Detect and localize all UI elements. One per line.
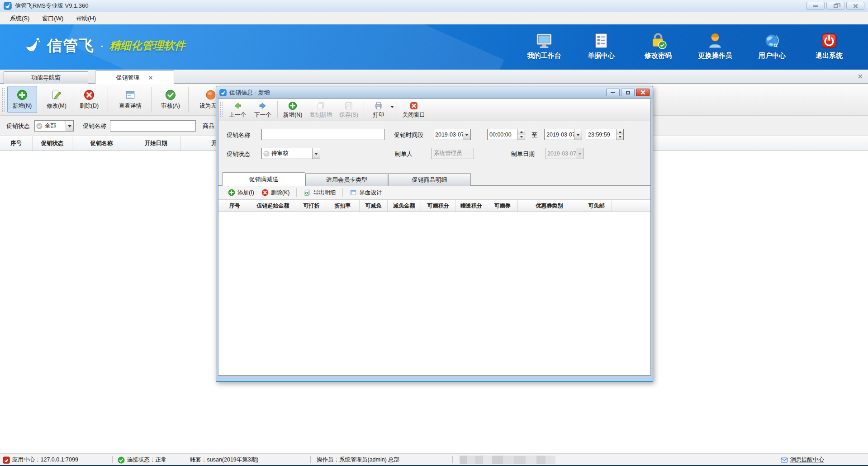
column-header[interactable]: 赠送积分 (455, 200, 487, 212)
column-header[interactable]: 序号 (220, 200, 249, 212)
invalidate-icon (205, 89, 216, 100)
column-header[interactable]: 开始日期 (131, 136, 181, 151)
window-titlebar: 信管飞RMS专业版 V9.1.360 (0, 0, 868, 12)
export-detail-button[interactable]: 导出明细 (301, 188, 338, 198)
spinner-buttons[interactable] (616, 129, 623, 140)
delete-button[interactable]: 删除(D) (74, 86, 104, 113)
detail-grid-body[interactable] (218, 212, 650, 375)
ui-design-button[interactable]: 界面设计 (347, 188, 384, 198)
dropdown-arrow-icon (576, 148, 583, 159)
brand-separator: · (100, 39, 104, 53)
column-header[interactable]: 序号 (0, 136, 33, 151)
toolbar-separator (108, 87, 108, 112)
promo-name-filter-input[interactable] (110, 120, 196, 132)
column-header[interactable]: 可减免 (360, 200, 388, 212)
dialog-minimize-button[interactable] (606, 89, 620, 96)
lock-icon (649, 32, 667, 50)
arrow-left-icon (233, 101, 242, 110)
column-header[interactable]: 减免金额 (388, 200, 421, 212)
start-date-picker[interactable]: 2019-03-07 (433, 129, 471, 140)
close-icon (853, 4, 858, 9)
end-time-spinner[interactable]: 23:59:59 (586, 129, 624, 140)
column-header[interactable]: 促销起始金额 (249, 200, 297, 212)
detail-delete-button[interactable]: 删除(K) (259, 188, 292, 198)
add-button[interactable]: 新增(N) (7, 86, 37, 113)
close-window-icon (409, 101, 418, 110)
column-header[interactable]: 促销状态 (33, 136, 72, 151)
change-password-button[interactable]: 修改密码 (637, 32, 679, 60)
close-button[interactable] (846, 2, 864, 10)
switch-operator-button[interactable]: 更换操作员 (694, 32, 736, 60)
message-center-link[interactable]: 消息提醒中心 (781, 456, 824, 464)
dialog-titlebar[interactable]: 促销信息 - 新增 (216, 86, 653, 99)
brand-logo-icon (22, 35, 43, 56)
approve-button[interactable]: 审核(A) (156, 86, 185, 113)
tab-strip: 功能导航窗 促销管理 (0, 70, 868, 84)
close-all-tabs-icon[interactable] (857, 73, 863, 80)
copy-icon (316, 101, 325, 110)
next-button[interactable]: 下一个 (250, 100, 275, 120)
brand-slogan: 精细化管理软件 (109, 38, 185, 53)
promo-status-filter-select[interactable]: 全部 (34, 120, 74, 132)
status-all-icon (36, 123, 43, 129)
dropdown-arrow-icon[interactable] (463, 129, 470, 140)
promo-name-label: 促销名称 (227, 131, 250, 139)
save-icon (344, 101, 353, 110)
dialog-toolbar: 上一个 下一个 新增(N) 复制新增 (218, 99, 650, 121)
tab-member-card-types[interactable]: 适用会员卡类型 (305, 173, 388, 186)
close-window-button[interactable]: 关闭窗口 (399, 100, 429, 120)
brand-name: 信管飞 (47, 36, 95, 56)
toolbar-separator (342, 188, 343, 197)
details-icon (125, 89, 136, 100)
promo-name-input[interactable] (261, 129, 384, 140)
print-button[interactable]: 打印 (366, 100, 391, 120)
tab-promo-product-detail[interactable]: 促销商品明细 (388, 173, 471, 186)
tab-close-icon[interactable] (148, 75, 153, 80)
spinner-buttons[interactable] (517, 129, 525, 140)
add-icon (228, 189, 235, 196)
dialog-body: 上一个 下一个 新增(N) 复制新增 (218, 99, 651, 376)
censored-region (460, 456, 555, 464)
dialog-maximize-button[interactable] (621, 89, 635, 96)
user-center-button[interactable]: 用户中心 (751, 32, 793, 60)
maximize-icon (626, 91, 630, 94)
monitor-icon (535, 32, 553, 50)
column-header[interactable]: 促销名称 (72, 136, 131, 151)
end-date-picker[interactable]: 2019-03-07 (544, 129, 582, 140)
column-header[interactable]: 优惠券类别 (518, 200, 581, 212)
menu-item-window[interactable]: 窗口(W) (37, 13, 69, 24)
delete-icon (261, 189, 269, 196)
minimize-button[interactable] (806, 2, 825, 10)
toolbar-separator (397, 101, 397, 118)
menu-item-system[interactable]: 系统(S) (5, 13, 35, 24)
dropdown-arrow-icon[interactable] (312, 148, 320, 159)
dialog-close-button[interactable] (636, 89, 650, 96)
column-header[interactable]: 可打折 (297, 200, 326, 212)
workbench-button[interactable]: 我的工作台 (523, 32, 565, 60)
toolbar-separator (296, 188, 297, 197)
creator-label: 制单人 (395, 150, 413, 158)
document-center-button[interactable]: 单据中心 (580, 32, 622, 60)
view-details-button[interactable]: 查看详情 (112, 86, 148, 113)
restore-button[interactable] (826, 2, 844, 10)
detail-add-button[interactable]: 添加(I) (226, 188, 256, 198)
promo-status-select[interactable]: 待审核 (261, 148, 320, 159)
menu-item-help[interactable]: 帮助(H) (71, 13, 101, 24)
dropdown-arrow-icon[interactable] (574, 129, 582, 140)
previous-button[interactable]: 上一个 (225, 100, 250, 120)
exit-system-button[interactable]: 退出系统 (808, 32, 850, 60)
tab-promo-full-reduction[interactable]: 促销满减送 (222, 172, 305, 186)
start-time-spinner[interactable]: 00:00:00 (487, 129, 525, 140)
tab-nav-window[interactable]: 功能导航窗 (4, 71, 88, 84)
dialog-add-button[interactable]: 新增(N) (280, 100, 306, 120)
toolbar-separator (277, 101, 278, 118)
delete-icon (84, 89, 95, 100)
column-header[interactable]: 可赠券 (487, 200, 518, 212)
column-header[interactable]: 可免邮 (581, 200, 612, 212)
print-dropdown-icon[interactable] (390, 106, 394, 110)
column-header[interactable]: 折扣率 (326, 200, 360, 212)
dropdown-arrow-icon[interactable] (66, 121, 73, 131)
tab-promotion-management[interactable]: 促销管理 (95, 71, 174, 84)
modify-button[interactable]: 修改(M) (42, 86, 71, 113)
column-header[interactable]: 可赠积分 (421, 200, 455, 212)
